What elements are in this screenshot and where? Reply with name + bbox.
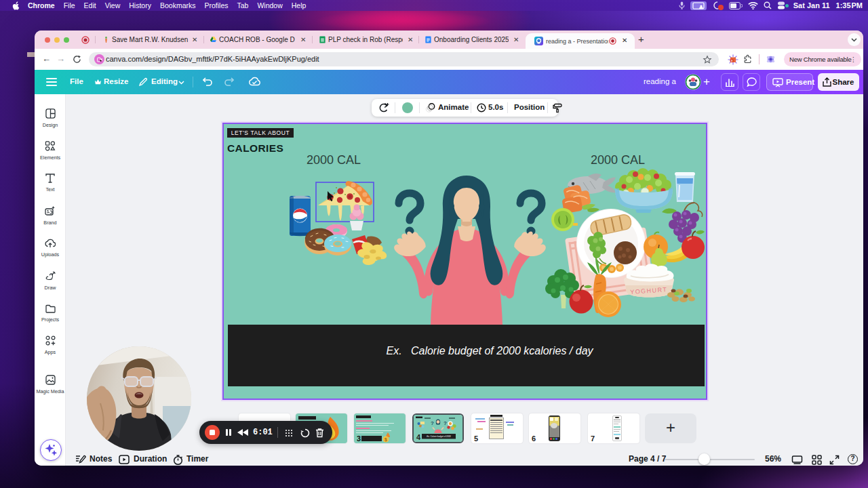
svg-text:LET'S TALK ABOUT: LET'S TALK ABOUT — [231, 129, 290, 136]
svg-text:?: ? — [431, 420, 434, 426]
svg-text:Ex. Calorie budget of 2000 k: Ex. Calorie budget of 2000 kcalories / d… — [386, 345, 593, 357]
svg-text:?: ? — [443, 420, 447, 426]
svg-text:Ex. Calorie budget of 2000: Ex. Calorie budget of 2000 — [427, 435, 451, 438]
svg-text:$: $ — [384, 437, 387, 443]
svg-text:CALORIES: CALORIES — [227, 142, 283, 154]
svg-text:2000 CAL: 2000 CAL — [591, 153, 645, 167]
svg-text:2000 CAL: 2000 CAL — [307, 153, 361, 167]
